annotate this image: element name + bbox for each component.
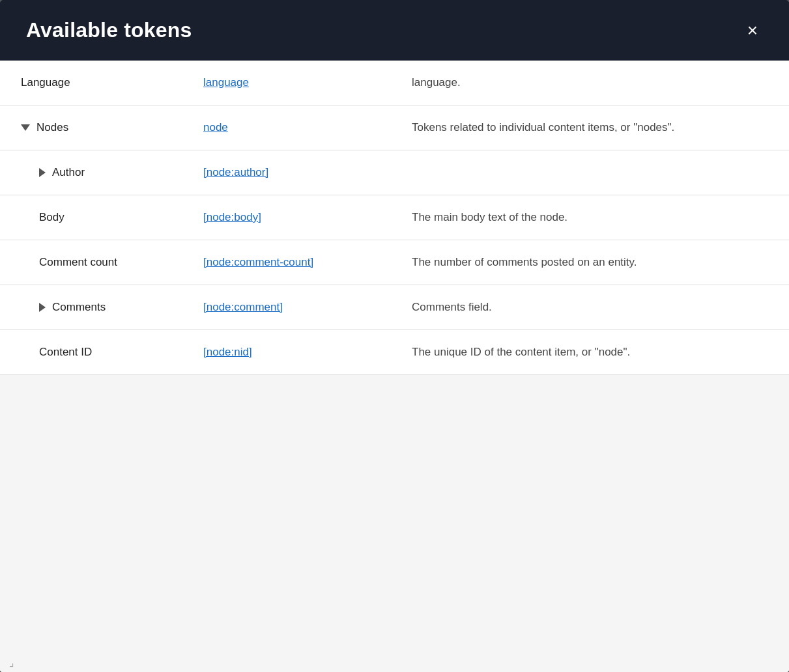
table-row: Comment count[node:comment-count]The num… xyxy=(0,240,789,285)
expandable-row-nodes[interactable]: Nodes xyxy=(21,121,162,134)
token-link-comments[interactable]: [node:comment] xyxy=(203,301,283,313)
resize-handle[interactable]: ⌟ xyxy=(9,656,20,667)
triangle-right-icon xyxy=(39,168,46,177)
token-link-body[interactable]: [node:body] xyxy=(203,211,261,223)
row-name-label: Body xyxy=(0,195,182,240)
table-row: Author[node:author] xyxy=(0,150,789,195)
row-name-label: Nodes xyxy=(36,121,68,134)
row-name-label: Language xyxy=(0,61,182,105)
table-row: Comments[node:comment]Comments field. xyxy=(0,285,789,330)
row-description xyxy=(391,150,789,195)
row-description: The main body text of the node. xyxy=(391,195,789,240)
modal-title: Available tokens xyxy=(26,18,192,42)
row-description: Comments field. xyxy=(391,285,789,330)
row-name-label: Content ID xyxy=(0,330,182,375)
modal: Available tokens × Languagelanguagelangu… xyxy=(0,0,789,672)
row-description: Tokens related to individual content ite… xyxy=(391,105,789,150)
table-row: NodesnodeTokens related to individual co… xyxy=(0,105,789,150)
triangle-down-icon xyxy=(21,124,30,131)
expandable-row-author[interactable]: Author xyxy=(39,166,162,179)
table-row: Languagelanguagelanguage. xyxy=(0,61,789,105)
token-link-nodes[interactable]: node xyxy=(203,121,228,133)
row-description: The unique ID of the content item, or "n… xyxy=(391,330,789,375)
row-name-label: Author xyxy=(52,166,85,179)
row-name-label: Comment count xyxy=(0,240,182,285)
close-button[interactable]: × xyxy=(742,19,763,42)
row-description: The number of comments posted on an enti… xyxy=(391,240,789,285)
table-row: Content ID[node:nid]The unique ID of the… xyxy=(0,330,789,375)
token-link-language-partial[interactable]: language xyxy=(203,76,249,89)
row-name-label: Comments xyxy=(52,301,106,314)
table-row: Body[node:body]The main body text of the… xyxy=(0,195,789,240)
expandable-row-comments[interactable]: Comments xyxy=(39,301,162,314)
token-table: Languagelanguagelanguage.NodesnodeTokens… xyxy=(0,61,789,375)
token-link-content-id[interactable]: [node:nid] xyxy=(203,346,252,358)
row-description: language. xyxy=(391,61,789,105)
triangle-right-icon xyxy=(39,303,46,312)
token-link-author[interactable]: [node:author] xyxy=(203,166,268,178)
modal-header: Available tokens × xyxy=(0,0,789,61)
modal-body: Languagelanguagelanguage.NodesnodeTokens… xyxy=(0,61,789,672)
token-link-comment-count[interactable]: [node:comment-count] xyxy=(203,256,313,268)
